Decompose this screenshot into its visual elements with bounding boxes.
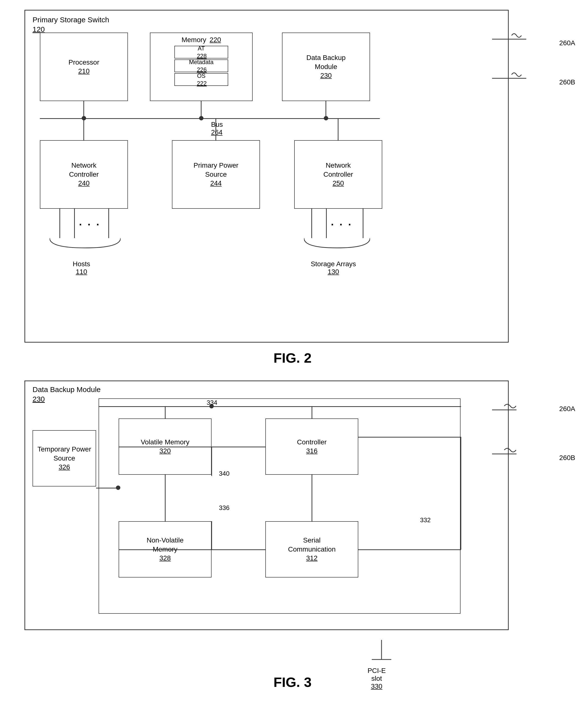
- h-nvm-sc: [118, 549, 265, 550]
- 260-lines-fig3: [492, 395, 541, 473]
- figure-3-container: Data Backup Module 230 Volatile Memory 3…: [10, 381, 575, 690]
- h-sc-right-bot: [358, 549, 461, 550]
- storage-arrays-label: Storage Arrays 130: [301, 260, 365, 276]
- h-ctrl-right-top: [358, 437, 461, 438]
- inner-group-box: Volatile Memory 320 Controller 316 Non-V…: [99, 398, 460, 614]
- pcie-line: [362, 640, 401, 670]
- network-ctrl-250-box: NetworkController 250: [294, 140, 382, 209]
- primary-storage-switch-box: Primary Storage Switch 120 Processor 210…: [24, 10, 509, 343]
- mem-bus-dot: [199, 116, 204, 121]
- vert-334-vm: [165, 406, 165, 418]
- memory-box: Memory 220 AT 228 Metadata 226 OS 222: [150, 32, 252, 101]
- h-vm-ctrl: [118, 447, 265, 447]
- network-ctrl-240-box: NetworkController 240: [40, 140, 128, 209]
- primary-storage-switch-label: Primary Storage Switch 120: [32, 15, 109, 34]
- hosts-label: Hosts 110: [57, 260, 106, 276]
- vert-right-side: [460, 437, 461, 549]
- vert-ctrl-sc: [312, 475, 312, 521]
- bus-to-nc250-line: [338, 118, 339, 141]
- 260b-label-fig2: 260B: [559, 78, 575, 86]
- fig3-label: FIG. 3: [10, 674, 575, 690]
- label-332: 332: [420, 516, 431, 524]
- os-box: OS 222: [175, 73, 228, 86]
- 260a-label-fig2: 260A: [559, 39, 575, 47]
- pcie-slot-label: PCI-Eslot 330: [350, 667, 403, 690]
- nc240-port1: [59, 209, 60, 238]
- nc250-port2: [326, 209, 327, 238]
- nc240-port3: [108, 209, 109, 238]
- at-box: AT 228: [175, 46, 228, 58]
- h-tp-inner: [96, 488, 118, 489]
- data-backup-module-label: Data Backup Module 230: [32, 385, 101, 404]
- hosts-brace: [50, 238, 121, 258]
- nc250-port1: [311, 209, 312, 238]
- vert-sc-bot: [211, 521, 212, 549]
- temp-power-box: Temporary PowerSource 326: [32, 430, 96, 487]
- label-336: 336: [219, 504, 230, 512]
- primary-power-box: Primary PowerSource 244: [172, 140, 260, 209]
- data-backup-module-outer-box: Data Backup Module 230 Volatile Memory 3…: [24, 381, 509, 630]
- bus-to-pps-line: [215, 118, 216, 141]
- figure-2-container: Primary Storage Switch 120 Processor 210…: [10, 10, 575, 366]
- 260-lines-fig2: [492, 24, 541, 98]
- nc250-port3: [363, 209, 364, 238]
- metadata-box: Metadata 226: [175, 59, 228, 72]
- line-334: [99, 406, 461, 407]
- nc250-ellipsis: . . .: [331, 216, 352, 228]
- bus-to-nc240-line: [83, 118, 84, 141]
- nc240-ellipsis: . . .: [79, 216, 101, 228]
- vert-334-ctrl: [312, 406, 312, 418]
- label-340: 340: [219, 470, 230, 477]
- backup-bus-dot: [324, 116, 328, 121]
- storage-arrays-brace: [304, 238, 370, 258]
- bus-label: Bus 264: [211, 121, 223, 136]
- nc240-port2: [74, 209, 75, 238]
- dot-tp-inner: [116, 486, 120, 490]
- processor-box: Processor 210: [40, 32, 128, 101]
- fig2-label: FIG. 2: [10, 350, 575, 366]
- controller-box: Controller 316: [265, 418, 358, 475]
- data-backup-module-box: Data BackupModule 230: [282, 32, 370, 101]
- page: Primary Storage Switch 120 Processor 210…: [10, 10, 575, 690]
- vert-vm-conn: [211, 447, 212, 476]
- 260a-label-fig3: 260A: [559, 405, 575, 413]
- vert-vm-nvm: [165, 475, 165, 521]
- bus-line: [40, 118, 380, 119]
- label-334: 334: [207, 399, 217, 407]
- 260b-label-fig3: 260B: [559, 454, 575, 462]
- serial-comm-box: SerialCommunication 312: [265, 521, 358, 577]
